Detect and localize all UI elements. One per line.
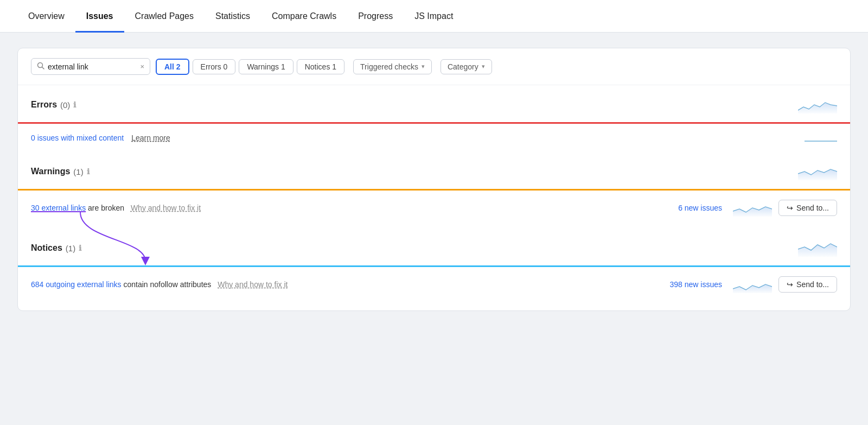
notices-sparkline — [798, 238, 837, 258]
triggered-checks-dropdown[interactable]: Triggered checks ▾ — [353, 59, 432, 74]
broken-links-rest: are broken — [86, 204, 124, 212]
filter-tab-warnings[interactable]: Warnings 1 — [239, 59, 293, 74]
filter-tab-notices[interactable]: Notices 1 — [297, 59, 344, 74]
main-content: external link × All 2 Errors 0 Warnings … — [0, 33, 868, 326]
nav-js-impact[interactable]: JS Impact — [404, 1, 464, 33]
search-box[interactable]: external link × — [31, 58, 150, 75]
warnings-issue-text: 30 external links are broken Why and how… — [31, 204, 672, 212]
warnings-info-icon[interactable]: ℹ — [87, 167, 90, 176]
notices-send-to-button[interactable]: ↪ Send to... — [778, 276, 837, 293]
warnings-new-issues: 6 new issues — [678, 204, 722, 212]
notices-info-icon[interactable]: ℹ — [79, 244, 81, 252]
nav-overview[interactable]: Overview — [17, 1, 75, 33]
svg-line-1 — [42, 67, 44, 69]
search-input-value: external link — [48, 62, 137, 71]
nav-compare-crawls[interactable]: Compare Crawls — [261, 1, 347, 33]
nav-statistics[interactable]: Statistics — [205, 1, 261, 33]
category-label: Category — [448, 62, 478, 71]
errors-sparkline — [798, 95, 837, 115]
mixed-content-row: 0 issues with mixed content Learn more — [18, 124, 850, 152]
top-navigation: Overview Issues Crawled Pages Statistics… — [0, 0, 868, 33]
learn-more-link[interactable]: Learn more — [131, 134, 170, 142]
filter-tab-errors[interactable]: Errors 0 — [193, 59, 236, 74]
notices-new-issues: 398 new issues — [670, 280, 723, 289]
filter-bar: external link × All 2 Errors 0 Warnings … — [18, 48, 850, 85]
issues-card: external link × All 2 Errors 0 Warnings … — [17, 48, 851, 311]
filter-tab-all[interactable]: All 2 — [156, 59, 189, 75]
category-dropdown[interactable]: Category ▾ — [441, 59, 492, 74]
errors-title: Errors (0) ℹ — [31, 100, 76, 110]
clear-search-icon[interactable]: × — [140, 62, 144, 71]
mixed-content-text: 0 issues with mixed content — [31, 134, 124, 142]
triggered-checks-label: Triggered checks — [360, 62, 418, 71]
notices-count: (1) — [66, 244, 75, 253]
notices-issue-sparkline — [733, 275, 772, 294]
notices-title: Notices (1) ℹ — [31, 243, 81, 253]
chevron-down-icon-2: ▾ — [482, 63, 485, 70]
notices-fix-link[interactable]: Why and how to fix it — [218, 280, 288, 289]
errors-count: (0) — [60, 100, 70, 110]
nofollow-rest: contain nofollow attributes — [122, 280, 212, 289]
nav-crawled-pages[interactable]: Crawled Pages — [124, 1, 205, 33]
notices-issue-text: 684 outgoing external links contain nofo… — [31, 280, 663, 289]
card-bottom-padding — [18, 302, 850, 310]
warnings-sparkline — [798, 162, 837, 181]
warnings-send-to-button[interactable]: ↪ Send to... — [778, 200, 837, 216]
warnings-count: (1) — [73, 167, 83, 176]
warnings-fix-link[interactable]: Why and how to fix it — [131, 204, 201, 212]
warnings-title: Warnings (1) ℹ — [31, 167, 90, 176]
warnings-section-header: Warnings (1) ℹ — [18, 152, 850, 189]
warnings-issue-row: 30 external links are broken Why and how… — [18, 191, 850, 229]
nofollow-links-link[interactable]: 684 outgoing external links — [31, 280, 122, 289]
search-icon — [37, 62, 44, 71]
warnings-send-label: Send to... — [796, 204, 829, 212]
send-icon: ↪ — [787, 204, 793, 212]
nav-issues[interactable]: Issues — [75, 1, 124, 33]
warnings-issue-sparkline — [733, 198, 772, 218]
notices-send-label: Send to... — [796, 280, 829, 289]
send-icon-2: ↪ — [787, 280, 793, 289]
mixed-content-sparkline — [805, 131, 837, 144]
broken-links-link[interactable]: 30 external links — [31, 204, 86, 212]
errors-info-icon[interactable]: ℹ — [73, 100, 76, 109]
errors-section-header: Errors (0) ℹ — [18, 85, 850, 122]
nav-progress[interactable]: Progress — [347, 1, 404, 33]
chevron-down-icon: ▾ — [422, 63, 425, 70]
notices-issue-row: 684 outgoing external links contain nofo… — [18, 267, 850, 302]
notices-section-header: Notices (1) ℹ — [18, 229, 850, 265]
filter-tabs: All 2 Errors 0 Warnings 1 Notices 1 — [156, 59, 344, 75]
